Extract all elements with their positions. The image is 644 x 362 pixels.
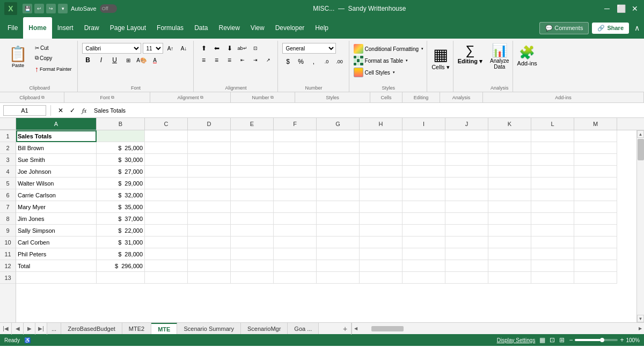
col-header-C[interactable]: C — [145, 118, 188, 130]
cell-B3[interactable]: $ 30,000 — [97, 154, 145, 166]
cell-C8[interactable] — [145, 213, 188, 225]
percent-button[interactable]: % — [295, 56, 307, 67]
minimize-button[interactable]: ─ — [602, 4, 612, 13]
cell-B11[interactable]: $ 28,000 — [97, 248, 145, 260]
cell-A7[interactable]: Mary Myer — [16, 201, 97, 213]
row-num-4[interactable]: 4 — [0, 166, 16, 178]
cell-E6[interactable] — [231, 189, 274, 201]
menu-page-layout[interactable]: Page Layout — [105, 17, 151, 39]
merge-cells-button[interactable]: ⊡ — [250, 43, 261, 54]
h-scroll-left[interactable]: ◀ — [352, 323, 360, 335]
formula-input[interactable] — [92, 105, 641, 116]
row-num-7[interactable]: 7 — [0, 201, 16, 213]
sheet-tab-goa[interactable]: Goa ... — [288, 323, 319, 334]
sheet-nav-next[interactable]: ▶ — [24, 323, 35, 335]
cell-F10[interactable] — [274, 237, 317, 248]
cell-K5[interactable] — [488, 178, 531, 189]
restore-button[interactable]: ⬜ — [616, 4, 626, 13]
copy-button[interactable]: ⧉ Copy — [33, 54, 74, 62]
menu-home[interactable]: Home — [23, 17, 52, 39]
menu-view[interactable]: View — [245, 17, 270, 39]
sheet-tab-mte[interactable]: MTE — [151, 323, 177, 334]
cell-H11[interactable] — [360, 248, 402, 260]
cell-E12[interactable] — [231, 260, 274, 272]
cell-B12[interactable]: $ 296,000 — [97, 260, 145, 272]
italic-button[interactable]: I — [96, 55, 107, 65]
cell-I9[interactable] — [402, 225, 445, 237]
cell-J2[interactable] — [445, 142, 488, 154]
styles-expand[interactable]: Styles — [295, 92, 370, 102]
cell-G1[interactable] — [317, 130, 360, 142]
cell-G9[interactable] — [317, 225, 360, 237]
middle-align-button[interactable]: ⬅ — [211, 43, 223, 54]
insert-function-button[interactable]: 𝑓𝑥 — [79, 105, 90, 116]
redo-icon[interactable]: ↪ — [46, 4, 56, 13]
cell-F3[interactable] — [274, 154, 317, 166]
cell-G11[interactable] — [317, 248, 360, 260]
scroll-down-button[interactable]: ▼ — [637, 315, 644, 322]
cell-M5[interactable] — [574, 178, 617, 189]
cell-D8[interactable] — [188, 213, 231, 225]
cell-L13[interactable] — [531, 272, 574, 284]
cell-B2[interactable]: $ 25,000 — [97, 142, 145, 154]
decrease-font-button[interactable]: A↓ — [178, 43, 190, 54]
h-scroll-track[interactable] — [361, 326, 636, 331]
cell-A5[interactable]: Walter Wilson — [16, 178, 97, 189]
row-num-11[interactable]: 11 — [0, 248, 16, 260]
cell-I8[interactable] — [402, 213, 445, 225]
scroll-up-button[interactable]: ▲ — [637, 130, 644, 138]
cell-D12[interactable] — [188, 260, 231, 272]
cell-H9[interactable] — [360, 225, 402, 237]
cell-E8[interactable] — [231, 213, 274, 225]
col-header-H[interactable]: H — [360, 118, 402, 130]
menu-review[interactable]: Review — [213, 17, 245, 39]
number-expand[interactable]: Number ⧉ — [231, 92, 295, 102]
format-as-table-button[interactable]: Format as Table ▾ — [354, 55, 424, 67]
bold-button[interactable]: B — [82, 55, 94, 65]
cell-A13[interactable] — [16, 272, 97, 284]
left-align-button[interactable]: ≡ — [198, 55, 210, 65]
cell-H4[interactable] — [360, 166, 402, 178]
editing-button[interactable]: Editing ▾ — [458, 58, 482, 65]
cell-A4[interactable]: Joe Johnson — [16, 166, 97, 178]
cell-D3[interactable] — [188, 154, 231, 166]
cell-H10[interactable] — [360, 237, 402, 248]
cell-E7[interactable] — [231, 201, 274, 213]
row-num-9[interactable]: 9 — [0, 225, 16, 237]
cell-K2[interactable] — [488, 142, 531, 154]
row-num-13[interactable]: 13 — [0, 272, 16, 284]
cell-L5[interactable] — [531, 178, 574, 189]
decrease-indent-button[interactable]: ⇤ — [237, 55, 248, 65]
cell-A3[interactable]: Sue Smith — [16, 154, 97, 166]
cell-M7[interactable] — [574, 201, 617, 213]
row-num-2[interactable]: 2 — [0, 142, 16, 154]
cell-C1[interactable] — [145, 130, 188, 142]
cell-L4[interactable] — [531, 166, 574, 178]
zoom-bar[interactable] — [575, 339, 618, 341]
cell-B9[interactable]: $ 22,000 — [97, 225, 145, 237]
cell-F2[interactable] — [274, 142, 317, 154]
enter-formula-button[interactable]: ✓ — [67, 105, 78, 116]
cell-F5[interactable] — [274, 178, 317, 189]
cell-J11[interactable] — [445, 248, 488, 260]
cell-A11[interactable]: Phil Peters — [16, 248, 97, 260]
cell-C5[interactable] — [145, 178, 188, 189]
cell-J13[interactable] — [445, 272, 488, 284]
close-button[interactable]: ✕ — [630, 4, 640, 13]
menu-developer[interactable]: Developer — [270, 17, 310, 39]
menu-draw[interactable]: Draw — [79, 17, 105, 39]
center-align-button[interactable]: ≡ — [211, 55, 223, 65]
fill-color-button[interactable]: A🎨 — [136, 55, 148, 65]
cell-I13[interactable] — [402, 272, 445, 284]
cell-F6[interactable] — [274, 189, 317, 201]
sheet-tab-dots[interactable]: ... — [47, 323, 61, 334]
cell-F8[interactable] — [274, 213, 317, 225]
sheet-tab-scenariomgr[interactable]: ScenarioMgr — [241, 323, 288, 334]
cell-A9[interactable]: Sally Simpson — [16, 225, 97, 237]
cell-J1[interactable] — [445, 130, 488, 142]
cell-K3[interactable] — [488, 154, 531, 166]
col-header-K[interactable]: K — [488, 118, 531, 130]
page-layout-view-button[interactable]: ⊡ — [548, 336, 556, 344]
cell-C3[interactable] — [145, 154, 188, 166]
cell-C9[interactable] — [145, 225, 188, 237]
